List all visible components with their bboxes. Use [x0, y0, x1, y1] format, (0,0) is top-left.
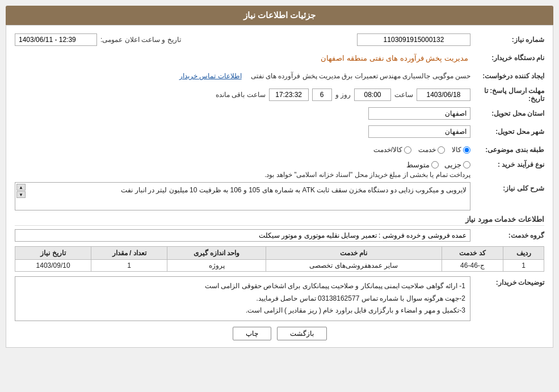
radio-partial[interactable] — [463, 161, 470, 168]
need-number-input[interactable] — [357, 33, 470, 46]
deadline-label: مهلت ارسال پاسخ: تا تاریخ: — [470, 87, 544, 103]
deadline-date-input[interactable] — [417, 88, 470, 101]
description-text: لایروبی و میکروب زدایی دو دستگاه مخزن سق… — [19, 185, 466, 196]
announce-date-label: تاریخ و ساعت اعلان عمومی: — [100, 36, 181, 44]
purchase-type-radio-group: جزیی متوسط — [406, 161, 470, 169]
col-row: ردیف — [503, 247, 544, 260]
contact-link[interactable]: اطلاعات تماس خریدار — [179, 72, 242, 80]
print-button[interactable]: چاپ — [233, 327, 271, 340]
col-unit: واحد اندازه گیری — [167, 247, 266, 260]
table-cell-4: 1 — [91, 260, 167, 272]
category-radio-khedmat[interactable]: خدمت — [418, 146, 445, 154]
description-label: شرح کلی نیاز: — [470, 182, 544, 192]
table-cell-3: پروژه — [167, 260, 266, 272]
service-group-label: گروه خدمت: — [470, 231, 544, 239]
announce-date-input[interactable] — [15, 33, 97, 46]
radio-medium-label: متوسط — [406, 161, 430, 169]
radio-khedmat-label: خدمت — [418, 146, 436, 154]
category-label: طبقه بندی موضوعی: — [470, 146, 544, 154]
notes-label: توضیحات خریدار: — [470, 276, 544, 286]
table-cell-5: 1403/09/10 — [15, 260, 91, 272]
category-radio-kala-khedmat[interactable]: کالا/خدمت — [373, 146, 411, 154]
table-cell-2: سایر عمدهفروشی‌های تخصصی — [266, 260, 442, 272]
services-table: ردیف کد خدمت نام خدمت واحد اندازه گیری ت… — [15, 246, 544, 272]
purchase-radio-medium[interactable]: متوسط — [406, 161, 439, 169]
scroll-arrows: ▲ ▼ — [16, 184, 26, 198]
table-cell-0: 1 — [503, 260, 544, 272]
org-name-value: مدیریت پخش فرآورده های نفتی منطقه اصفهان — [318, 53, 470, 64]
notes-box: 1- ارائه گواهی صلاحیت ایمنی پیمانکار و ص… — [15, 276, 470, 321]
col-name: نام خدمت — [266, 247, 442, 260]
deadline-remain-label: ساعت باقی مانده — [216, 91, 266, 99]
creator-name: حسن موگویی جالسیاری مهندس تعمیرات برق مد… — [251, 72, 470, 80]
deadline-remain-input[interactable] — [269, 88, 309, 101]
page-header: جزئیات اطلاعات نیاز — [6, 6, 553, 25]
deadline-day-label: روز و — [335, 91, 351, 99]
creator-label: ایجاد کننده درخواست: — [470, 72, 544, 80]
purchase-type-label: نوع فرآیند خرید : — [470, 161, 544, 168]
deadline-time-label: ساعت — [394, 91, 413, 99]
table-row: 1ج-46-46سایر عمدهفروشی‌های تخصصیپروژه114… — [15, 260, 544, 272]
need-number-label: شماره نیاز: — [470, 36, 544, 44]
description-box: ▲ ▼ لایروبی و میکروب زدایی دو دستگاه مخز… — [15, 182, 470, 210]
radio-kala-khedmat-label: کالا/خدمت — [373, 146, 402, 154]
category-radio-kala[interactable]: کالا — [452, 146, 470, 154]
back-button[interactable]: بازگشت — [277, 327, 327, 340]
page-title: جزئیات اطلاعات نیاز — [243, 10, 316, 20]
org-name-label: نام دستگاه خریدار: — [470, 54, 544, 62]
col-quantity: تعداد / مقدار — [91, 247, 167, 260]
service-group-input[interactable] — [15, 229, 470, 242]
city-label: شهر محل تحویل: — [470, 128, 544, 136]
buttons-row: بازگشت چاپ — [15, 327, 544, 340]
purchase-radio-partial[interactable]: جزیی — [444, 161, 470, 169]
scroll-up-arrow[interactable]: ▲ — [16, 184, 26, 191]
table-cell-1: ج-46-46 — [442, 260, 503, 272]
province-input[interactable] — [368, 107, 470, 120]
city-input[interactable] — [368, 125, 470, 138]
col-code: کد خدمت — [442, 247, 503, 260]
deadline-day-input[interactable] — [312, 88, 332, 101]
radio-medium[interactable] — [431, 161, 439, 168]
deadline-time-input[interactable] — [354, 88, 391, 101]
purchase-type-note: پرداخت تمام یا بخشی از مبلغ خریداز محل "… — [264, 171, 470, 179]
radio-partial-label: جزیی — [444, 161, 461, 169]
radio-kala-khedmat[interactable] — [404, 146, 411, 154]
province-label: استان محل تحویل: — [470, 109, 544, 117]
category-radio-group: کالا خدمت کالا/خدمت — [373, 146, 470, 154]
radio-khedmat[interactable] — [438, 146, 445, 154]
radio-kala-label: کالا — [452, 146, 461, 154]
scroll-down-arrow[interactable]: ▼ — [16, 191, 26, 198]
services-section-title: اطلاعات خدمات مورد نیاز — [15, 215, 544, 226]
radio-kala[interactable] — [463, 146, 470, 154]
col-date: تاریخ نیاز — [15, 247, 91, 260]
